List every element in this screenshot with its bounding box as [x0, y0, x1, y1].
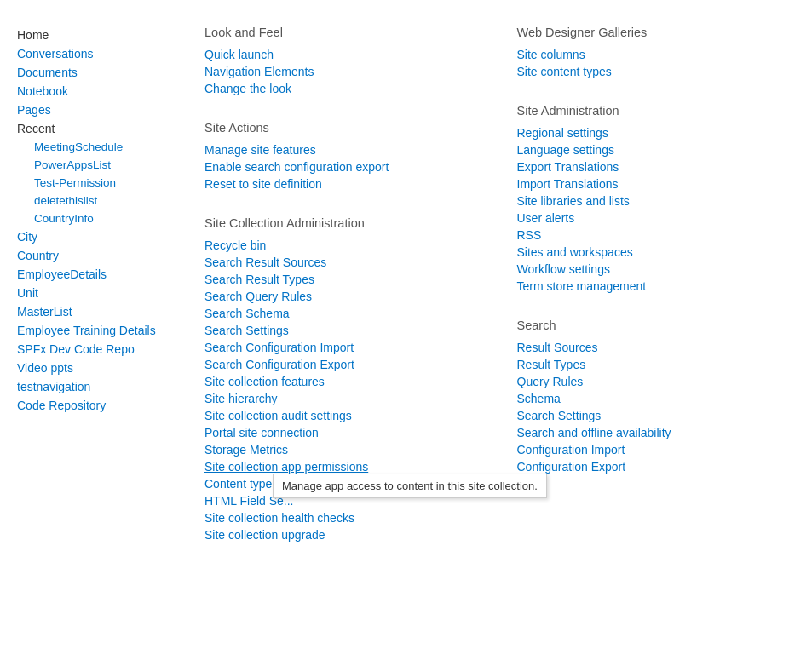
section-link-0-0[interactable]: Quick launch	[204, 46, 483, 63]
sidebar-item-15[interactable]: MasterList	[17, 302, 170, 321]
section-link-2-0[interactable]: Recycle bin	[204, 237, 483, 254]
sidebar-item-7[interactable]: PowerAppsList	[17, 156, 170, 174]
tooltip: Manage app access to content in this sit…	[273, 474, 547, 498]
section-link-2-16[interactable]: Site collection health checks	[204, 509, 483, 526]
sidebar-item-0: Home	[17, 26, 170, 44]
sidebar-item-17[interactable]: SPFx Dev Code Repo	[17, 340, 170, 359]
sidebar-item-6[interactable]: MeetingSchedule	[17, 138, 170, 156]
section-link-2-4[interactable]: Search Schema	[204, 305, 483, 322]
column-1: Look and FeelQuick launchNavigation Elem…	[204, 26, 483, 567]
section-link-1-0[interactable]: Manage site features	[204, 141, 483, 158]
section-2: SearchResult SourcesResult TypesQuery Ru…	[517, 319, 796, 475]
sidebar-item-3[interactable]: Notebook	[17, 82, 170, 101]
section-link-1-2[interactable]: Export Translations	[517, 158, 796, 175]
sidebar-item-9[interactable]: deletethislist	[17, 192, 170, 210]
column-2: Web Designer GalleriesSite columnsSite c…	[517, 26, 796, 567]
section-2: Site Collection AdministrationRecycle bi…	[204, 216, 483, 543]
section-link-2-9[interactable]: Site hierarchy	[204, 390, 483, 407]
section-0: Web Designer GalleriesSite columnsSite c…	[517, 26, 796, 80]
section-link-2-11[interactable]: Portal site connection	[204, 424, 483, 441]
section-link-1-9[interactable]: Term store management	[517, 278, 796, 295]
sidebar-item-18[interactable]: Video ppts	[17, 359, 170, 377]
section-link-2-0[interactable]: Result Sources	[517, 339, 796, 356]
section-link-2-7[interactable]: Configuration Export	[517, 458, 796, 475]
main-content: Look and FeelQuick launchNavigation Elem…	[187, 17, 812, 576]
sidebar: HomeConversationsDocumentsNotebookPagesR…	[0, 17, 187, 576]
sidebar-item-14[interactable]: Unit	[17, 284, 170, 302]
section-link-2-8[interactable]: Site collection features	[204, 373, 483, 390]
section-link-2-1[interactable]: Search Result Sources	[204, 254, 483, 271]
section-link-0-2[interactable]: Change the look	[204, 80, 483, 97]
sidebar-item-12[interactable]: Country	[17, 246, 170, 265]
sidebar-item-19[interactable]: testnavigation	[17, 377, 170, 396]
section-title-0: Web Designer Galleries	[517, 26, 796, 39]
section-link-0-0[interactable]: Site columns	[517, 46, 796, 63]
sidebar-item-10[interactable]: CountryInfo	[17, 210, 170, 227]
section-link-0-1[interactable]: Site content types	[517, 63, 796, 80]
sidebar-item-4[interactable]: Pages	[17, 101, 170, 119]
section-link-2-17[interactable]: Site collection upgrade	[204, 526, 483, 543]
section-link-0-1[interactable]: Navigation Elements	[204, 63, 483, 80]
section-link-1-5[interactable]: User alerts	[517, 210, 796, 227]
section-link-2-13[interactable]: Site collection app permissions	[204, 458, 483, 475]
section-link-2-7[interactable]: Search Configuration Export	[204, 356, 483, 373]
section-link-2-12[interactable]: Storage Metrics	[204, 441, 483, 458]
section-link-1-3[interactable]: Import Translations	[517, 175, 796, 192]
section-link-1-7[interactable]: Sites and workspaces	[517, 244, 796, 261]
section-link-2-5[interactable]: Search Settings	[204, 322, 483, 339]
sidebar-item-20[interactable]: Code Repository	[17, 396, 170, 415]
sidebar-item-16[interactable]: Employee Training Details	[17, 321, 170, 340]
section-link-2-6[interactable]: Configuration Import	[517, 441, 796, 458]
section-link-2-3[interactable]: Search Query Rules	[204, 288, 483, 305]
section-link-1-0[interactable]: Regional settings	[517, 124, 796, 141]
section-link-1-4[interactable]: Site libraries and lists	[517, 192, 796, 210]
section-link-1-1[interactable]: Enable search configuration export	[204, 158, 483, 175]
section-title-1: Site Actions	[204, 121, 483, 135]
section-link-2-2[interactable]: Query Rules	[517, 373, 796, 390]
section-link-2-4[interactable]: Search Settings	[517, 407, 796, 424]
section-1: Site ActionsManage site featuresEnable s…	[204, 121, 483, 192]
section-title-2: Site Collection Administration	[204, 216, 483, 230]
section-title-1: Site Administration	[517, 104, 796, 118]
sidebar-item-8[interactable]: Test-Permission	[17, 174, 170, 192]
section-link-1-2[interactable]: Reset to site definition	[204, 175, 483, 192]
sidebar-item-13[interactable]: EmployeeDetails	[17, 265, 170, 284]
section-link-2-2[interactable]: Search Result Types	[204, 271, 483, 288]
section-link-2-1[interactable]: Result Types	[517, 356, 796, 373]
section-link-2-3[interactable]: Schema	[517, 390, 796, 407]
page-layout: HomeConversationsDocumentsNotebookPagesR…	[0, 0, 812, 593]
sidebar-item-2[interactable]: Documents	[17, 63, 170, 82]
section-link-1-1[interactable]: Language settings	[517, 141, 796, 158]
sidebar-item-5: Recent	[17, 119, 170, 138]
tooltip-container: Site collection app permissionsManage ap…	[204, 458, 483, 475]
section-0: Look and FeelQuick launchNavigation Elem…	[204, 26, 483, 97]
section-link-1-8[interactable]: Workflow settings	[517, 261, 796, 278]
section-link-1-6[interactable]: RSS	[517, 227, 796, 244]
sidebar-item-1[interactable]: Conversations	[17, 44, 170, 63]
section-link-2-6[interactable]: Search Configuration Import	[204, 339, 483, 356]
sidebar-item-11[interactable]: City	[17, 227, 170, 246]
section-link-2-10[interactable]: Site collection audit settings	[204, 407, 483, 424]
section-title-2: Search	[517, 319, 796, 332]
section-title-0: Look and Feel	[204, 26, 483, 39]
section-1: Site AdministrationRegional settingsLang…	[517, 104, 796, 295]
section-link-2-5[interactable]: Search and offline availability	[517, 424, 796, 441]
